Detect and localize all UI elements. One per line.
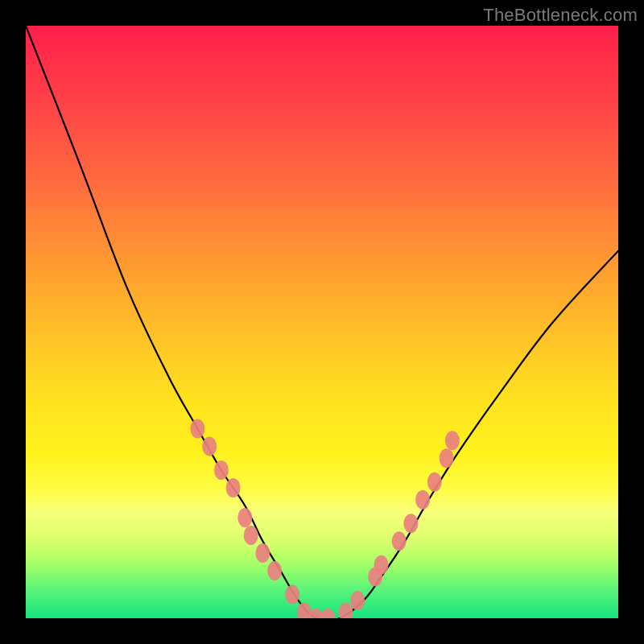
marker-dot <box>267 561 282 580</box>
marker-layer <box>190 419 460 619</box>
marker-dot <box>427 473 442 492</box>
marker-dot <box>202 437 217 456</box>
marker-dot <box>392 531 407 551</box>
marker-dot <box>285 585 299 605</box>
chart-stage: TheBottleneck.com <box>0 0 644 644</box>
marker-dot <box>374 555 389 575</box>
marker-dot <box>190 419 204 439</box>
marker-dot <box>415 490 430 510</box>
curve-layer <box>26 26 618 618</box>
marker-dot <box>255 543 270 563</box>
marker-dot <box>226 478 241 497</box>
marker-dot <box>338 603 353 618</box>
watermark-text: TheBottleneck.com <box>483 5 638 26</box>
plot-area <box>26 26 618 618</box>
marker-dot <box>214 460 229 480</box>
marker-dot <box>350 591 365 610</box>
marker-dot <box>440 448 454 468</box>
bottleneck-curve <box>26 26 618 618</box>
marker-dot <box>403 514 418 533</box>
marker-dot <box>237 508 252 527</box>
chart-svg <box>26 26 618 618</box>
marker-dot <box>445 431 460 450</box>
marker-dot <box>244 526 258 545</box>
marker-dot <box>320 609 335 618</box>
